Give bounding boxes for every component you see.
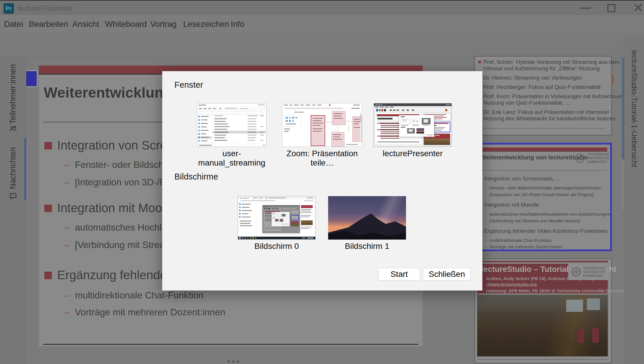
label-bildschirm-1: Bildschirm 1: [328, 242, 406, 251]
tb-sub: –Fenster- oder Bildschirminhalte übertra…: [485, 185, 601, 191]
thumbnail-scrollbar-thumb[interactable]: [622, 58, 624, 159]
section-bildschirme: Bildschirme: [174, 172, 218, 182]
ov-line: Dr. Erik Lenz: Fokus auf Präsentation mi…: [478, 109, 609, 115]
people-icon[interactable]: [8, 124, 18, 133]
window-thumb-lecturepresenter[interactable]: [374, 103, 452, 147]
ov-line: Nutzung des Whiteboards für handschriftl…: [483, 115, 615, 122]
menu-whiteboard[interactable]: Whiteboard: [105, 15, 147, 33]
minimize-button[interactable]: [580, 8, 591, 9]
start-button[interactable]: Start: [378, 268, 420, 281]
slide-subitem: –Vorträge mit mehreren Dozent:innen: [64, 307, 225, 318]
tc-logo-box: TECHNISCHEUNIVERSITÄTDARMSTADT: [568, 264, 608, 280]
tu-logo-text: TECHNISCHEUNIVERSITÄTDARMSTADT: [587, 152, 610, 164]
slide-subitem: –multidirektionale Chat-Funktion: [64, 290, 204, 301]
slide-view-scroll-indicator[interactable]: [24, 138, 26, 200]
tu-logo-text: TECHNISCHEUNIVERSITÄTDARMSTADT: [583, 266, 606, 278]
tc-rule: [477, 359, 608, 360]
menu-lesezeichen[interactable]: Lesezeichen: [183, 15, 229, 33]
label-user-manual-streaming: user-manual_streaming: [197, 149, 267, 168]
close-dialog-button[interactable]: Schließen: [423, 268, 471, 281]
tc-link: ://www.lecturestudio.org: [486, 282, 537, 287]
window-title: lecturePresenter: [18, 4, 73, 13]
screen-thumb-1[interactable]: [328, 196, 406, 240]
ov-line: Prof. Hochberger: Fokus auf Quiz-Funktio…: [478, 84, 601, 90]
ov-line: Dr. Heenes: Streaming von Vorlesungen: [478, 75, 582, 81]
menu-vortrag[interactable]: Vortrag: [150, 15, 176, 33]
tu-logo-icon: [574, 153, 585, 164]
tb-bullet: Ergänzung fehlender Video-Konferenz-Funk…: [480, 228, 608, 234]
maximize-button[interactable]: [607, 4, 615, 12]
menu-bearbeiten[interactable]: Bearbeiten: [29, 15, 68, 33]
tab-teilnehmer[interactable]: Teilnehmer:innen: [8, 64, 18, 124]
lecture-hall-photo: [477, 295, 608, 356]
slide-footer-rule: [43, 344, 418, 345]
section-fenster: Fenster: [174, 80, 203, 90]
thumbnail-current-slide-selected[interactable]: Weiterentwicklung von lectureStudio TECH…: [474, 143, 612, 251]
ov-line: Nutzung von Quiz-Funktionalität, …: [483, 100, 571, 106]
thumbnail-overview-slide[interactable]: Prof. Schürr: Hybride Vorlesung mit Stre…: [474, 56, 612, 136]
label-lecturepresenter: lecturePresenter: [374, 149, 452, 158]
label-bildschirm-0: Bildschirm 0: [238, 242, 316, 251]
app-icon: Pr: [4, 3, 14, 14]
tool-bar: [0, 33, 644, 58]
tb-sub: –[Integration von 3D-/Point-Cloud-Viewer…: [485, 192, 594, 197]
color-swatch-blue[interactable]: [25, 70, 38, 87]
label-zoom: Zoom: Präsentation teile…: [282, 149, 362, 168]
ov-line: Hörsaal und Aufzeichnung für „Offline“-N…: [483, 65, 600, 72]
slide-footer-dots: [227, 360, 239, 363]
ov-line: Prof. Schürr: Hybride Vorlesung mit Stre…: [478, 59, 620, 65]
menu-bar: Datei Bearbeiten Ansicht Whiteboard Vort…: [0, 15, 644, 33]
tb-title: Weiterentwicklung von lectureStudio: [480, 154, 587, 161]
ov-rule: [478, 128, 606, 129]
tab-nachrichten[interactable]: Nachrichten: [8, 147, 18, 189]
ov-line: Prof. Koch: Präsentation in Vorlesungen …: [478, 93, 627, 100]
tb-bullet: Integration mit Moodle: [480, 202, 539, 208]
message-icon[interactable]: [8, 191, 18, 201]
app-window: Pr lecturePresenter ✕ Datei Bearbeiten A…: [0, 0, 644, 364]
tb-bullet: Integration von Screencasts, …: [480, 175, 561, 182]
thumbnail-title-slide[interactable]: lectureStudio – Tutorial 1: Übersicht An…: [474, 259, 612, 363]
title-bar: Pr lecturePresenter ✕: [0, 0, 644, 15]
thumbnail-scrollbar-track[interactable]: [622, 58, 624, 210]
menu-ansicht[interactable]: Ansicht: [72, 15, 99, 33]
left-sidebar: Teilnehmer:innen Nachrichten: [0, 58, 26, 364]
tu-logo-icon: [570, 266, 582, 277]
tb-sub: –automatisches Hochladen/Aktualisieren v…: [485, 212, 610, 217]
tc-support: rstützung: SFB MAKI, FB 18/20 @ Technisc…: [486, 288, 627, 293]
slide-bullet: Integration mit Moodle: [44, 201, 178, 215]
screen-thumb-0[interactable]: [238, 196, 316, 240]
tc-header: lectureStudio – Tutorial 1: Übersicht An…: [477, 264, 608, 293]
screen-share-dialog: Fenster: [162, 71, 482, 291]
tb-sub: –Vorträge mit mehreren Dozent:innen: [485, 244, 562, 249]
close-button[interactable]: ✕: [632, 2, 644, 14]
tb-sub: –multidirektionale Chat-Funktion: [485, 238, 552, 243]
menu-info[interactable]: Info: [231, 15, 244, 33]
tb-rule: [480, 170, 607, 170]
window-thumb-zoom[interactable]: [282, 103, 362, 147]
window-thumb-user-manual-streaming[interactable]: [197, 103, 267, 147]
tb-top-bar: [479, 147, 607, 152]
tc-top-line: [477, 261, 608, 262]
document-tab[interactable]: lectureStudio-Tutorial-1-Uebersicht: [630, 50, 639, 167]
tb-sub: –[Verbindung mit Streams aus Moodle hera…: [485, 218, 580, 224]
menu-datei[interactable]: Datei: [4, 15, 23, 33]
